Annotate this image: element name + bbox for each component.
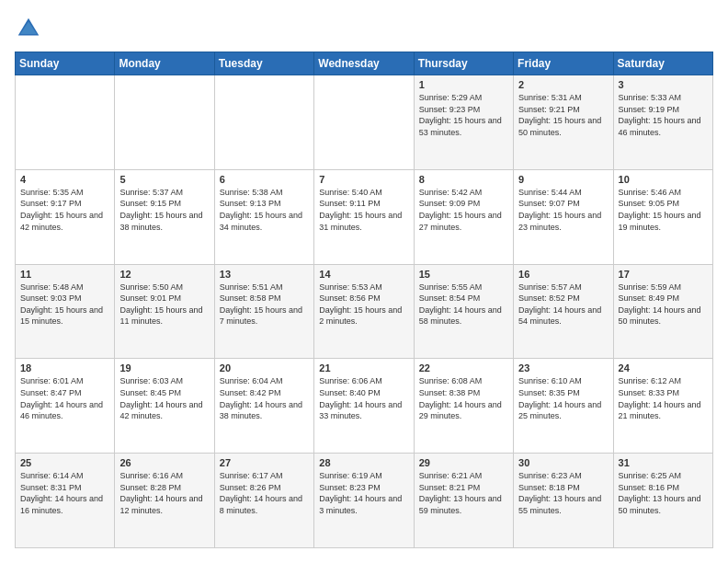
day-info: Sunrise: 6:14 AMSunset: 8:31 PMDaylight:…: [20, 470, 109, 516]
col-header-thursday: Thursday: [414, 52, 513, 75]
day-number: 18: [20, 362, 109, 373]
day-info: Sunrise: 5:48 AMSunset: 9:03 PMDaylight:…: [20, 282, 109, 327]
calendar-cell: 8Sunrise: 5:42 AMSunset: 9:09 PMDaylight…: [414, 169, 513, 264]
col-header-monday: Monday: [115, 52, 214, 75]
calendar-row-4: 18Sunrise: 6:01 AMSunset: 8:47 PMDayligh…: [16, 359, 713, 454]
day-info: Sunrise: 6:03 AMSunset: 8:45 PMDaylight:…: [119, 375, 209, 421]
day-info: Sunrise: 6:06 AMSunset: 8:40 PMDaylight:…: [319, 375, 408, 421]
day-number: 7: [319, 174, 408, 185]
day-number: 20: [220, 362, 309, 373]
day-info: Sunrise: 6:23 AMSunset: 8:18 PMDaylight:…: [518, 470, 608, 516]
calendar-cell: 1Sunrise: 5:29 AMSunset: 9:23 PMDaylight…: [414, 75, 513, 170]
calendar-cell: 20Sunrise: 6:04 AMSunset: 8:42 PMDayligh…: [214, 359, 313, 454]
day-info: Sunrise: 6:19 AMSunset: 8:23 PMDaylight:…: [319, 470, 408, 516]
calendar-cell: [314, 75, 414, 170]
day-number: 14: [319, 269, 408, 280]
day-number: 23: [518, 362, 608, 373]
calendar-cell: 30Sunrise: 6:23 AMSunset: 8:18 PMDayligh…: [514, 454, 613, 548]
day-number: 27: [220, 457, 309, 468]
day-info: Sunrise: 5:55 AMSunset: 8:54 PMDaylight:…: [419, 282, 508, 327]
day-number: 9: [518, 174, 608, 185]
calendar-cell: 29Sunrise: 6:21 AMSunset: 8:21 PMDayligh…: [414, 454, 513, 548]
calendar-cell: 7Sunrise: 5:40 AMSunset: 9:11 PMDaylight…: [314, 169, 414, 264]
day-number: 26: [119, 457, 209, 468]
day-info: Sunrise: 5:40 AMSunset: 9:11 PMDaylight:…: [319, 187, 408, 233]
logo: [15, 15, 46, 42]
day-info: Sunrise: 6:25 AMSunset: 8:16 PMDaylight:…: [619, 470, 708, 516]
calendar-row-5: 25Sunrise: 6:14 AMSunset: 8:31 PMDayligh…: [16, 454, 713, 548]
day-number: 30: [518, 457, 608, 468]
calendar-cell: 11Sunrise: 5:48 AMSunset: 9:03 PMDayligh…: [16, 264, 115, 359]
day-info: Sunrise: 5:44 AMSunset: 9:07 PMDaylight:…: [518, 187, 608, 233]
day-info: Sunrise: 6:17 AMSunset: 8:26 PMDaylight:…: [220, 470, 309, 516]
calendar-cell: 28Sunrise: 6:19 AMSunset: 8:23 PMDayligh…: [314, 454, 414, 548]
calendar-cell: [214, 75, 313, 170]
day-number: 13: [220, 269, 309, 280]
day-info: Sunrise: 6:04 AMSunset: 8:42 PMDaylight:…: [220, 375, 309, 421]
header: [15, 15, 713, 42]
day-info: Sunrise: 5:37 AMSunset: 9:15 PMDaylight:…: [119, 187, 209, 233]
calendar-cell: 4Sunrise: 5:35 AMSunset: 9:17 PMDaylight…: [16, 169, 115, 264]
calendar-row-2: 4Sunrise: 5:35 AMSunset: 9:17 PMDaylight…: [16, 169, 713, 264]
day-info: Sunrise: 6:01 AMSunset: 8:47 PMDaylight:…: [20, 375, 109, 421]
calendar-cell: 14Sunrise: 5:53 AMSunset: 8:56 PMDayligh…: [314, 264, 414, 359]
day-info: Sunrise: 5:38 AMSunset: 9:13 PMDaylight:…: [220, 187, 309, 233]
day-number: 12: [119, 269, 209, 280]
day-number: 1: [419, 79, 508, 90]
page: SundayMondayTuesdayWednesdayThursdayFrid…: [0, 0, 728, 563]
calendar-cell: 16Sunrise: 5:57 AMSunset: 8:52 PMDayligh…: [514, 264, 613, 359]
day-info: Sunrise: 6:21 AMSunset: 8:21 PMDaylight:…: [419, 470, 508, 516]
day-info: Sunrise: 5:53 AMSunset: 8:56 PMDaylight:…: [319, 282, 408, 327]
calendar-cell: 15Sunrise: 5:55 AMSunset: 8:54 PMDayligh…: [414, 264, 513, 359]
day-info: Sunrise: 5:31 AMSunset: 9:21 PMDaylight:…: [518, 92, 608, 138]
calendar-cell: 2Sunrise: 5:31 AMSunset: 9:21 PMDaylight…: [514, 75, 613, 170]
day-number: 11: [20, 269, 109, 280]
calendar-cell: 18Sunrise: 6:01 AMSunset: 8:47 PMDayligh…: [16, 359, 115, 454]
day-info: Sunrise: 5:59 AMSunset: 8:49 PMDaylight:…: [619, 282, 708, 327]
calendar-cell: 31Sunrise: 6:25 AMSunset: 8:16 PMDayligh…: [613, 454, 712, 548]
calendar-cell: 9Sunrise: 5:44 AMSunset: 9:07 PMDaylight…: [514, 169, 613, 264]
calendar-cell: 3Sunrise: 5:33 AMSunset: 9:19 PMDaylight…: [613, 75, 712, 170]
day-number: 16: [518, 269, 608, 280]
day-number: 29: [419, 457, 508, 468]
day-number: 21: [319, 362, 408, 373]
calendar-row-1: 1Sunrise: 5:29 AMSunset: 9:23 PMDaylight…: [16, 75, 713, 170]
calendar-cell: 19Sunrise: 6:03 AMSunset: 8:45 PMDayligh…: [115, 359, 214, 454]
calendar-cell: 6Sunrise: 5:38 AMSunset: 9:13 PMDaylight…: [214, 169, 313, 264]
col-header-sunday: Sunday: [16, 52, 115, 75]
day-info: Sunrise: 6:10 AMSunset: 8:35 PMDaylight:…: [518, 375, 608, 421]
day-number: 15: [419, 269, 508, 280]
day-number: 10: [619, 174, 708, 185]
day-info: Sunrise: 6:16 AMSunset: 8:28 PMDaylight:…: [119, 470, 209, 516]
calendar-cell: 24Sunrise: 6:12 AMSunset: 8:33 PMDayligh…: [613, 359, 712, 454]
calendar-cell: 21Sunrise: 6:06 AMSunset: 8:40 PMDayligh…: [314, 359, 414, 454]
calendar-row-3: 11Sunrise: 5:48 AMSunset: 9:03 PMDayligh…: [16, 264, 713, 359]
calendar-header-row: SundayMondayTuesdayWednesdayThursdayFrid…: [16, 52, 713, 75]
col-header-friday: Friday: [514, 52, 613, 75]
calendar-cell: [16, 75, 115, 170]
day-number: 8: [419, 174, 508, 185]
calendar-cell: 5Sunrise: 5:37 AMSunset: 9:15 PMDaylight…: [115, 169, 214, 264]
calendar-cell: 27Sunrise: 6:17 AMSunset: 8:26 PMDayligh…: [214, 454, 313, 548]
calendar-cell: 26Sunrise: 6:16 AMSunset: 8:28 PMDayligh…: [115, 454, 214, 548]
day-number: 25: [20, 457, 109, 468]
day-info: Sunrise: 5:33 AMSunset: 9:19 PMDaylight:…: [619, 92, 708, 138]
day-number: 22: [419, 362, 508, 373]
day-number: 5: [119, 174, 209, 185]
day-number: 2: [518, 79, 608, 90]
day-number: 24: [619, 362, 708, 373]
calendar: SundayMondayTuesdayWednesdayThursdayFrid…: [15, 52, 713, 548]
day-info: Sunrise: 5:35 AMSunset: 9:17 PMDaylight:…: [20, 187, 109, 233]
day-number: 17: [619, 269, 708, 280]
day-info: Sunrise: 5:50 AMSunset: 9:01 PMDaylight:…: [119, 282, 209, 327]
day-info: Sunrise: 6:12 AMSunset: 8:33 PMDaylight:…: [619, 375, 708, 421]
day-number: 6: [220, 174, 309, 185]
calendar-cell: 12Sunrise: 5:50 AMSunset: 9:01 PMDayligh…: [115, 264, 214, 359]
col-header-saturday: Saturday: [613, 52, 712, 75]
calendar-cell: 25Sunrise: 6:14 AMSunset: 8:31 PMDayligh…: [16, 454, 115, 548]
logo-icon: [15, 15, 42, 42]
day-number: 31: [619, 457, 708, 468]
col-header-wednesday: Wednesday: [314, 52, 414, 75]
day-number: 4: [20, 174, 109, 185]
day-info: Sunrise: 5:57 AMSunset: 8:52 PMDaylight:…: [518, 282, 608, 327]
